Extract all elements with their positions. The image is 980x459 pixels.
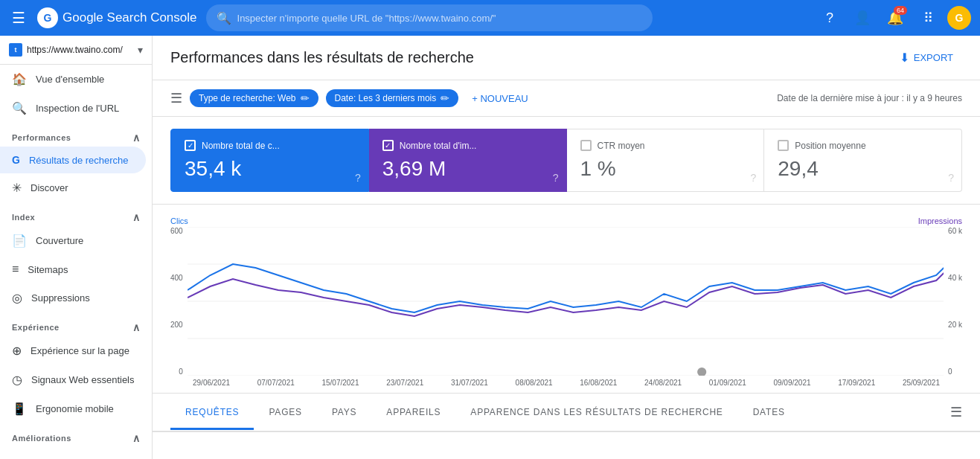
- y-label: 200: [170, 321, 183, 329]
- section-label: Améliorations: [12, 434, 71, 443]
- sidebar-item-overview[interactable]: 🏠 Vue d'ensemble: [0, 65, 152, 94]
- help-icon[interactable]: ?: [750, 172, 756, 184]
- notification-badge: 64: [894, 6, 907, 15]
- metric-checkbox-impressions[interactable]: [382, 140, 394, 151]
- notifications-button[interactable]: 🔔 64: [882, 4, 909, 31]
- section-label: Expérience: [12, 323, 60, 332]
- sidebar-item-label: Inspection de l'URL: [36, 103, 119, 114]
- help-icon[interactable]: ?: [948, 172, 954, 184]
- sidebar-section-experience[interactable]: Expérience ∧: [0, 312, 152, 336]
- account-button[interactable]: 👤: [849, 4, 876, 31]
- sitemaps-icon: ≡: [12, 263, 19, 276]
- home-icon: 🏠: [12, 72, 27, 86]
- coverage-icon: 📄: [12, 234, 27, 248]
- x-label: 08/08/2021: [516, 379, 553, 387]
- chart-clicks-label: Clics: [170, 216, 188, 225]
- x-axis-labels: 29/06/2021 07/07/2021 15/07/2021 23/07/2…: [170, 376, 962, 387]
- main-layout: t https://www.twaino.com/ ▾ 🏠 Vue d'ense…: [0, 36, 980, 459]
- app-logo: G Google Search Console: [37, 7, 197, 28]
- x-label: 29/06/2021: [193, 379, 230, 387]
- filter-chip-date[interactable]: Date: Les 3 derniers mois ✏: [326, 89, 459, 107]
- tab-requetes[interactable]: REQUÊTES: [170, 397, 254, 430]
- sidebar-item-coverage[interactable]: 📄 Couverture: [0, 226, 152, 255]
- topbar: ☰ G Google Search Console 🔍 ? 👤 🔔 64 ⠿ G: [0, 0, 980, 36]
- filter-icon[interactable]: ☰: [170, 90, 182, 106]
- y-axis-left: 600 400 200 0: [170, 227, 188, 376]
- metric-label: CTR moyen: [598, 141, 645, 151]
- main-content: Performances dans les résultats de reche…: [153, 36, 980, 459]
- sidebar-item-label: Résultats de recherche: [29, 155, 129, 166]
- sidebar-section-ameliorations[interactable]: Améliorations ∧: [0, 423, 152, 447]
- x-label: 01/09/2021: [709, 379, 746, 387]
- metric-value-clicks: 35,4 k: [185, 157, 355, 181]
- sidebar-item-search-results[interactable]: G Résultats de recherche: [0, 147, 146, 173]
- sidebar-item-mobile[interactable]: 📱 Ergonomie mobile: [0, 394, 152, 423]
- metric-checkbox-ctr[interactable]: [580, 140, 592, 151]
- chevron-down-icon: ▾: [138, 44, 143, 56]
- sidebar-item-label: Couverture: [36, 235, 83, 246]
- sidebar-item-url-inspection[interactable]: 🔍 Inspection de l'URL: [0, 94, 152, 123]
- y-axis-right: 60 k 40 k 20 k 0: [944, 227, 962, 376]
- edit-icon: ✏: [441, 92, 449, 104]
- metric-card-header: Nombre total de c...: [185, 140, 355, 151]
- site-favicon: t: [9, 43, 22, 57]
- page-header: Performances dans les résultats de reche…: [153, 36, 980, 80]
- y-label: 600: [170, 227, 183, 235]
- tab-apparence[interactable]: APPARENCE DANS LES RÉSULTATS DE RECHERCH…: [455, 397, 737, 430]
- site-selector[interactable]: t https://www.twaino.com/ ▾: [0, 36, 152, 65]
- sidebar: t https://www.twaino.com/ ▾ 🏠 Vue d'ense…: [0, 36, 153, 459]
- google-icon: G: [12, 154, 20, 166]
- metric-label: Nombre total de c...: [202, 141, 280, 151]
- metric-value-position: 29,4: [778, 157, 948, 181]
- metric-checkbox-clicks[interactable]: [185, 140, 196, 151]
- help-icon[interactable]: ?: [553, 172, 559, 184]
- help-icon[interactable]: ?: [355, 172, 361, 184]
- apps-button[interactable]: ⠿: [915, 4, 941, 31]
- metric-card-position[interactable]: Position moyenne 29,4 ?: [764, 129, 962, 192]
- filter-chip-search-type[interactable]: Type de recherche: Web ✏: [190, 89, 318, 107]
- new-label: + NOUVEAU: [472, 93, 528, 104]
- sidebar-item-label: Vue d'ensemble: [36, 74, 104, 85]
- metric-card-header: Nombre total d'im...: [382, 140, 553, 151]
- chevron-up-icon: ∧: [132, 211, 141, 223]
- sidebar-section-index[interactable]: Index ∧: [0, 202, 152, 226]
- search-bar[interactable]: 🔍: [206, 4, 653, 31]
- tab-dates[interactable]: DATES: [738, 397, 800, 430]
- sidebar-item-sitemaps[interactable]: ≡ Sitemaps: [0, 255, 152, 283]
- metric-card-clicks[interactable]: Nombre total de c... 35,4 k ?: [170, 129, 369, 192]
- avatar[interactable]: G: [947, 6, 971, 30]
- metric-value-impressions: 3,69 M: [382, 157, 553, 181]
- sidebar-item-page-experience[interactable]: ⊕ Expérience sur la page: [0, 336, 152, 365]
- x-label: 24/08/2021: [644, 379, 682, 387]
- y-label: 0: [179, 367, 183, 376]
- menu-icon[interactable]: ☰: [9, 6, 28, 30]
- x-label: 15/07/2021: [321, 379, 359, 387]
- edit-icon: ✏: [301, 92, 310, 104]
- x-label: 17/09/2021: [838, 379, 875, 387]
- sidebar-item-suppressions[interactable]: ◎ Suppressions: [0, 283, 152, 312]
- sidebar-item-web-vitals[interactable]: ◷ Signaux Web essentiels: [0, 365, 152, 394]
- chevron-up-icon: ∧: [132, 321, 141, 333]
- sidebar-section-performances[interactable]: Performances ∧: [0, 123, 152, 147]
- sidebar-item-discover[interactable]: ✳ Discover: [0, 173, 152, 202]
- table-filter-icon[interactable]: ☰: [950, 394, 962, 431]
- metric-card-impressions[interactable]: Nombre total d'im... 3,69 M ?: [369, 129, 567, 192]
- help-button[interactable]: ?: [816, 4, 843, 31]
- export-button[interactable]: ⬇ EXPORT: [891, 46, 962, 69]
- y-label: 20 k: [948, 321, 962, 329]
- tab-pages[interactable]: PAGES: [254, 397, 316, 430]
- sidebar-item-label: Suppressions: [31, 292, 90, 304]
- vitals-icon: ◷: [12, 373, 22, 387]
- tab-pays[interactable]: PAYS: [317, 397, 371, 430]
- logo-icon: G: [37, 7, 58, 28]
- chart-area: Clics Impressions 600 400 200 0: [153, 205, 980, 394]
- tab-appareils[interactable]: APPAREILS: [371, 397, 455, 430]
- chevron-up-icon: ∧: [132, 432, 141, 444]
- search-input[interactable]: [237, 13, 642, 24]
- site-url: https://www.twaino.com/: [27, 45, 133, 55]
- metric-checkbox-position[interactable]: [778, 140, 789, 151]
- new-filter-button[interactable]: + NOUVEAU: [466, 90, 534, 107]
- chevron-up-icon: ∧: [132, 132, 141, 144]
- suppressions-icon: ◎: [12, 291, 22, 305]
- metric-card-ctr[interactable]: CTR moyen 1 % ?: [567, 129, 765, 192]
